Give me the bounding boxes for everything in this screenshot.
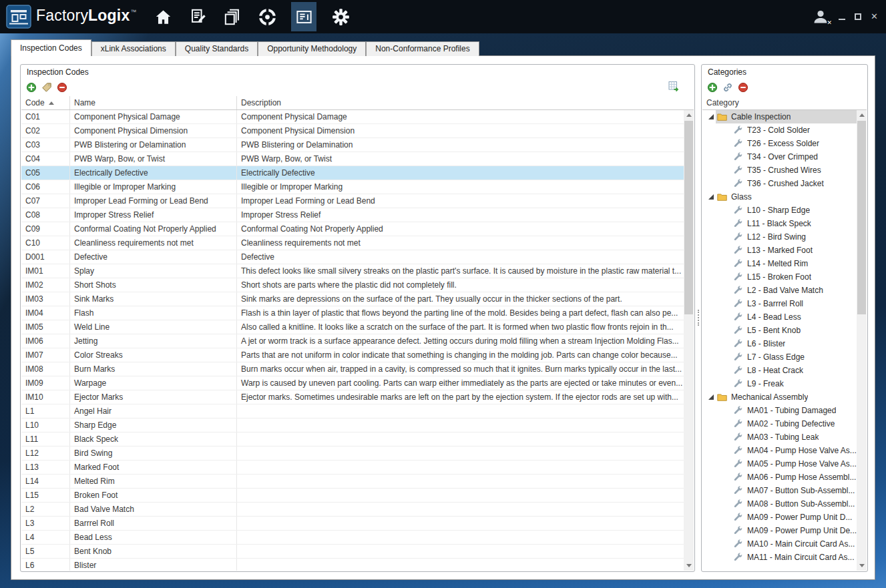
scroll-up-icon[interactable] [857,110,867,120]
export-grid-icon[interactable] [668,81,680,92]
tab-opportunity-methodology[interactable]: Opportunity Methodology [258,41,366,56]
inspection-code-row[interactable]: C08Improper Stress ReliefImproper Stress… [21,208,684,222]
column-header-category[interactable]: Category [702,96,867,109]
panel-splitter[interactable] [696,64,700,572]
tab-quality-standards[interactable]: Quality Standards [176,41,258,56]
inspection-code-row[interactable]: L10Sharp Edge [21,418,684,432]
inspection-code-node[interactable]: MA09 - Power Pump Unit De... [702,524,857,537]
inspection-code-row[interactable]: IM06JettingA jet or worm track is a surf… [21,334,684,348]
inspection-code-row[interactable]: L11Black Speck [21,432,684,447]
inspection-code-row[interactable]: L3Barrrel Roll [21,517,684,531]
add-icon[interactable] [26,82,37,93]
inspection-code-row[interactable]: C10Cleanliness requirements not metClean… [21,236,684,250]
inspection-code-row[interactable]: C01Component Physical DamageComponent Ph… [21,110,684,124]
inspection-code-row[interactable]: L14Melted Rim [21,475,684,489]
column-header-code[interactable]: Code [21,96,70,109]
inspection-code-node[interactable]: T35 - Crushed Wires [702,164,857,177]
inspection-code-row[interactable]: L1Angel Hair [21,404,684,418]
inspection-code-node[interactable]: MA11 - Main Circuit Card As... [702,551,857,564]
minimize-button[interactable] [839,14,845,20]
close-button[interactable] [871,13,878,21]
tab-xlink-associations[interactable]: xLink Associations [91,41,176,56]
npi-checklist-icon[interactable] [187,3,208,30]
inspection-code-node[interactable]: MA08 - Button Sub-Assembl... [702,497,857,511]
inspection-code-row[interactable]: IM02Short ShotsShort shots are parts whe… [21,278,684,292]
inspection-code-row[interactable]: IM03Sink MarksSink marks are depressions… [21,292,684,306]
inspection-code-row[interactable]: L2Bad Valve Match [21,503,684,517]
inspection-code-row[interactable]: C03PWB Blistering or DelaminationPWB Bli… [21,138,684,152]
column-header-name[interactable]: Name [70,96,237,109]
scroll-down-icon[interactable] [857,561,867,571]
remove-icon[interactable] [57,82,67,93]
inspection-code-node[interactable]: MA09 - Power Pump Unit D... [702,511,857,524]
inspection-code-row[interactable]: IM01SplayThis defect looks like small si… [21,264,684,278]
inspection-code-node[interactable]: T36 - Crushed Jacket [702,177,857,190]
inspection-code-node[interactable]: L10 - Sharp Edge [702,204,857,217]
inspection-code-node[interactable]: L4 - Bead Less [702,310,857,324]
inspection-code-row[interactable]: C02Component Physical DimensionComponent… [21,124,684,138]
home-icon[interactable] [152,3,174,30]
edit-tag-icon[interactable] [41,82,52,93]
column-header-description[interactable]: Description [237,96,694,109]
expander-collapse-icon[interactable] [706,392,716,402]
link-icon[interactable] [722,82,733,93]
inspection-code-row[interactable]: L4Bead Less [21,531,684,545]
inspection-code-node[interactable]: MA06 - Pump Hose Assembl... [702,471,857,484]
inspection-code-row[interactable]: L12Bird Swing [21,447,684,461]
inspection-code-node[interactable]: T34 - Over Crimped [702,150,857,164]
inspection-code-row[interactable]: L5Bent Knob [21,545,684,559]
remove-icon[interactable] [738,82,748,93]
inspection-code-node[interactable]: L15 - Broken Foot [702,270,857,284]
grid-scrollbar-thumb[interactable] [684,121,693,314]
inspection-code-node[interactable]: L5 - Bent Knob [702,324,857,337]
inspection-code-row[interactable]: L6Blister [21,559,684,571]
inspection-code-row[interactable]: C05Electrically DefectiveElectrically De… [21,166,684,180]
inspection-code-node[interactable]: L6 - Blister [702,337,857,350]
inspection-code-node[interactable]: L7 - Glass Edge [702,350,857,364]
inspection-code-node[interactable]: MA07 - Button Sub-Assembl... [702,484,857,497]
inspection-code-node[interactable]: L8 - Heat Crack [702,364,857,377]
scroll-down-icon[interactable] [684,561,694,571]
production-disc-icon[interactable] [256,3,278,30]
inspection-code-row[interactable]: C09Conformal Coating Not Properly Applie… [21,222,684,236]
inspection-code-node[interactable]: MA04 - Pump Hose Valve As... [702,444,857,457]
inspection-code-node[interactable]: L14 - Melted Rim [702,257,857,270]
inspection-code-row[interactable]: IM07Color StreaksParts that are not unif… [21,348,684,362]
inspection-code-node[interactable]: T23 - Cold Solder [702,123,857,137]
inspection-code-node[interactable]: MA02 - Tubing Defective [702,417,857,430]
inspection-code-node[interactable]: MA01 - Tubing Damaged [702,404,857,417]
tab-inspection-codes[interactable]: Inspection Codes [11,39,91,56]
inspection-code-row[interactable]: IM10Ejector MarksEjector marks. Sometime… [21,390,684,404]
category-node[interactable]: Glass [702,190,857,204]
inspection-code-row[interactable]: IM09WarpageWarp is caused by uneven part… [21,376,684,390]
analytics-report-icon[interactable] [291,2,316,31]
add-icon[interactable] [707,82,718,93]
tree-scrollbar-thumb[interactable] [857,121,866,314]
inspection-code-row[interactable]: IM08Burn MarksBurn marks occur when air,… [21,362,684,376]
inspection-code-node[interactable]: L9 - Freak [702,377,857,390]
inspection-code-node[interactable]: T26 - Excess Solder [702,137,857,150]
inspection-code-node[interactable]: MA10 - Main Circuit Card As... [702,537,857,551]
inspection-code-node[interactable]: MA05 - Pump Hose Valve As... [702,457,857,471]
expander-collapse-icon[interactable] [706,112,716,121]
inspection-code-row[interactable]: C07Improper Lead Forming or Lead BendImp… [21,194,684,208]
inspection-code-node[interactable]: L2 - Bad Valve Match [702,284,857,297]
scroll-up-icon[interactable] [684,110,694,120]
tree-vertical-scrollbar[interactable] [857,110,867,571]
inspection-code-node[interactable]: L13 - Marked Foot [702,244,857,257]
inspection-code-row[interactable]: C06Illegible or Improper MarkingIllegibl… [21,180,684,194]
maximize-button[interactable] [855,13,861,20]
inspection-code-row[interactable]: C04PWB Warp, Bow, or TwistPWB Warp, Bow,… [21,152,684,166]
inspection-code-node[interactable]: MA03 - Tubing Leak [702,430,857,444]
inspection-code-row[interactable]: D001DefectiveDefective [21,250,684,264]
inspection-code-node[interactable]: L11 - Black Speck [702,217,857,230]
inspection-code-row[interactable]: L15Broken Foot [21,489,684,503]
category-node[interactable]: Mechanical Assembly [702,390,857,404]
grid-vertical-scrollbar[interactable] [684,110,694,571]
expander-collapse-icon[interactable] [706,192,716,202]
settings-gear-icon[interactable] [330,3,351,30]
inspection-code-node[interactable]: L3 - Barrrel Roll [702,297,857,310]
tab-non-conformance-profiles[interactable]: Non-Conformance Profiles [366,41,479,56]
inspection-code-row[interactable]: L13Marked Foot [21,461,684,475]
materials-stack-icon[interactable] [222,3,243,30]
